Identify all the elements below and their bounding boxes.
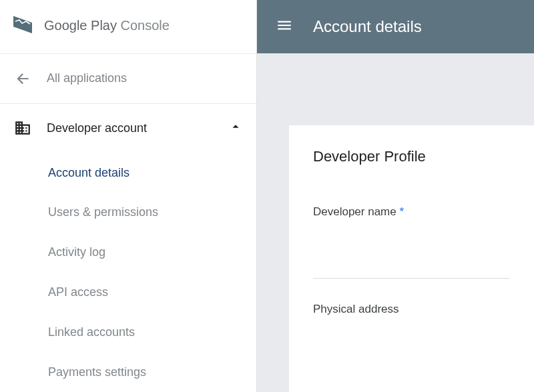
- nav-developer-account[interactable]: Developer account: [0, 104, 256, 153]
- physical-address-field-block: Physical address: [313, 303, 510, 316]
- brand-light: Console: [117, 18, 170, 33]
- content-area: Developer Profile Developer name * Physi…: [257, 53, 534, 392]
- nav-payments-settings[interactable]: Payments settings: [0, 352, 256, 392]
- topbar: Account details: [257, 0, 534, 53]
- nav-activity-log-label: Activity log: [48, 245, 243, 259]
- domain-building-icon: [13, 119, 32, 137]
- nav-payments-settings-label: Payments settings: [48, 365, 243, 379]
- nav-users-permissions-label: Users & permissions: [48, 205, 243, 219]
- card-title: Developer Profile: [313, 148, 510, 165]
- chevron-up-icon: [228, 119, 243, 137]
- nav-all-applications-label: All applications: [47, 71, 243, 85]
- nav-all-applications[interactable]: All applications: [0, 54, 256, 103]
- svg-marker-0: [13, 16, 32, 33]
- nav-account-details[interactable]: Account details: [0, 153, 256, 193]
- nav-developer-account-label: Developer account: [47, 121, 228, 135]
- developer-name-input[interactable]: [313, 225, 510, 279]
- developer-profile-card: Developer Profile Developer name * Physi…: [289, 125, 534, 392]
- brand: Google Play Console: [0, 0, 256, 53]
- nav-linked-accounts[interactable]: Linked accounts: [0, 312, 256, 352]
- physical-address-label: Physical address: [313, 303, 510, 316]
- developer-name-field-block: Developer name *: [313, 205, 510, 279]
- nav-linked-accounts-label: Linked accounts: [48, 325, 243, 339]
- play-console-logo-icon: [13, 16, 36, 36]
- brand-strong: Google Play: [44, 18, 117, 33]
- developer-name-label: Developer name *: [313, 205, 510, 219]
- main: Account details Developer Profile Develo…: [257, 0, 534, 392]
- required-marker: *: [399, 205, 404, 218]
- developer-name-label-text: Developer name: [313, 205, 396, 218]
- nav-api-access[interactable]: API access: [0, 273, 256, 313]
- brand-text: Google Play Console: [44, 18, 170, 33]
- nav-api-access-label: API access: [48, 285, 243, 299]
- hamburger-menu-icon[interactable]: [276, 17, 293, 37]
- nav-activity-log[interactable]: Activity log: [0, 233, 256, 273]
- nav-users-permissions[interactable]: Users & permissions: [0, 193, 256, 233]
- arrow-back-icon: [13, 70, 32, 87]
- page-title: Account details: [313, 17, 422, 36]
- sidebar: Google Play Console All applications Dev…: [0, 0, 257, 392]
- nav-account-details-label: Account details: [48, 166, 243, 180]
